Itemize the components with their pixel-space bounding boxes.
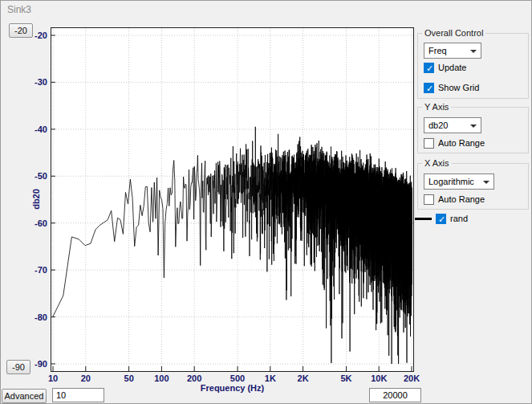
plot-area xyxy=(51,27,414,372)
x-tick-label: 500 xyxy=(224,373,251,383)
chevron-down-icon[interactable] xyxy=(470,50,477,53)
legend-label: rand xyxy=(450,214,468,223)
y-auto-range-checkbox-row[interactable]: Auto Range xyxy=(424,137,485,149)
title-bar: Sink3 xyxy=(1,1,531,17)
y-tick-label: -20 xyxy=(22,31,47,40)
x-auto-range-checkbox-label: Auto Range xyxy=(438,194,485,204)
x-tick-label: 5K xyxy=(332,373,359,383)
overall-control-dropdown-value: Freq xyxy=(428,46,447,55)
app-window: Sink3 -20 -90 Advanced 1020501002005001K… xyxy=(0,0,532,404)
x-tick-label: 10 xyxy=(39,373,67,383)
y-axis-title: db20 xyxy=(31,182,41,217)
update-checkbox-label: Update xyxy=(438,63,466,72)
x-axis-title: Frequency (Hz) xyxy=(51,383,414,393)
chevron-down-icon[interactable] xyxy=(483,181,489,184)
x-tick-label: 1K xyxy=(257,373,284,383)
x-tick-label: 20 xyxy=(72,373,99,383)
y-tick-label: -70 xyxy=(22,265,47,275)
x-tick-label: 10K xyxy=(365,373,392,383)
window-title: Sink3 xyxy=(7,4,31,15)
y-tick-label: -80 xyxy=(22,312,47,322)
x-axis-dropdown-value: Logarithmic xyxy=(428,177,474,186)
x-tick-label: 2K xyxy=(290,373,317,383)
x-auto-range-checkbox-row[interactable]: Auto Range xyxy=(424,194,485,205)
overall-control-group-title: Overall Control xyxy=(422,28,485,38)
x-axis-dropdown[interactable]: Logarithmic xyxy=(424,173,494,190)
x-max-input[interactable] xyxy=(369,388,421,402)
show-grid-checkbox-row[interactable]: Show Grid xyxy=(424,82,479,93)
y-tick-label: -40 xyxy=(22,124,47,134)
chevron-down-icon[interactable] xyxy=(470,124,477,128)
show-grid-checkbox-label: Show Grid xyxy=(438,83,479,92)
y-tick-label: -60 xyxy=(22,218,47,228)
overall-control-dropdown[interactable]: Freq xyxy=(424,43,481,59)
y-tick-label: -30 xyxy=(22,77,47,87)
legend: rand xyxy=(415,213,468,224)
legend-checkbox-rand[interactable] xyxy=(436,214,446,224)
x-auto-range-checkbox[interactable] xyxy=(424,194,434,205)
show-grid-checkbox[interactable] xyxy=(424,83,434,93)
y-tick-label: -50 xyxy=(22,171,47,181)
x-tick-label: 200 xyxy=(181,373,208,383)
y-auto-range-checkbox[interactable] xyxy=(424,138,434,149)
x-min-input[interactable] xyxy=(52,388,104,402)
x-axis-group-title: X Axis xyxy=(422,158,452,168)
update-checkbox-row[interactable]: Update xyxy=(424,62,466,73)
y-axis-group-title: Y Axis xyxy=(422,102,451,112)
x-tick-label: 100 xyxy=(148,373,175,383)
advanced-button[interactable]: Advanced xyxy=(2,389,47,403)
y-axis-dropdown-value: db20 xyxy=(428,120,448,130)
spectrum-trace xyxy=(53,127,412,364)
legend-line-sample xyxy=(415,218,432,220)
y-axis-dropdown[interactable]: db20 xyxy=(424,117,481,133)
update-checkbox[interactable] xyxy=(424,63,434,73)
x-tick-label: 50 xyxy=(116,373,143,383)
spectrum-plot xyxy=(51,28,413,371)
y-tick-label: -90 xyxy=(22,359,47,369)
x-tick-label: 20K xyxy=(398,373,425,383)
y-auto-range-checkbox-label: Auto Range xyxy=(438,138,485,148)
